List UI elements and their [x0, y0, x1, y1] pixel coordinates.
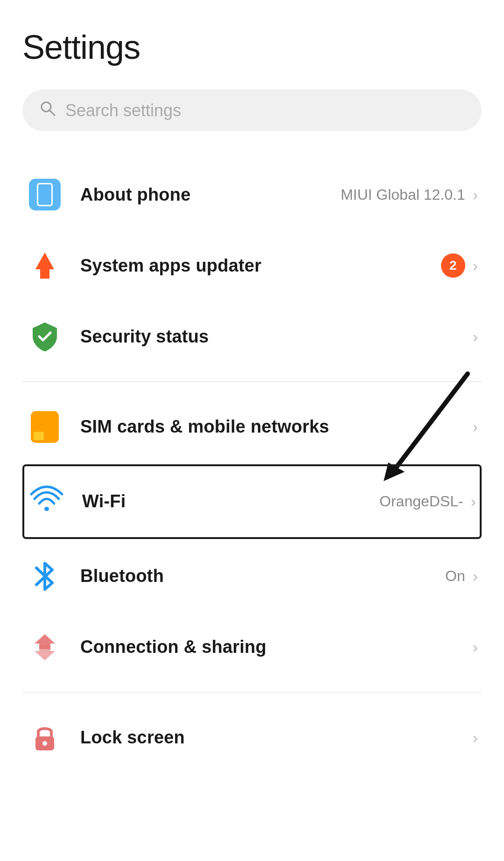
sim-cards-label: SIM cards & mobile networks: [80, 417, 473, 437]
system-apps-item[interactable]: System apps updater 2 ›: [22, 230, 482, 301]
security-status-label-wrap: Security status: [80, 327, 473, 347]
wifi-icon: [28, 483, 65, 520]
sim-icon: [26, 408, 63, 446]
system-apps-label-wrap: System apps updater: [80, 256, 441, 276]
lock-screen-label-wrap: Lock screen: [80, 728, 473, 748]
sim-cards-chevron: ›: [473, 418, 478, 436]
connection-item[interactable]: Connection & sharing ›: [22, 612, 482, 683]
system-apps-meta: 2 ›: [441, 253, 478, 278]
connection-chevron: ›: [473, 638, 478, 656]
bluetooth-item[interactable]: Bluetooth On ›: [22, 541, 482, 612]
shield-icon: [26, 318, 63, 355]
sim-cards-item[interactable]: SIM cards & mobile networks ›: [22, 392, 482, 462]
section-network: SIM cards & mobile networks ›: [22, 392, 482, 683]
bluetooth-value: On: [445, 567, 465, 585]
svg-point-8: [42, 741, 47, 746]
connection-meta: ›: [473, 638, 478, 656]
wifi-chevron: ›: [471, 492, 476, 511]
svg-marker-6: [35, 645, 55, 660]
divider-2: [22, 692, 482, 693]
page-title: Settings: [22, 28, 482, 66]
search-bar[interactable]: Search settings: [22, 90, 482, 131]
system-apps-badge: 2: [441, 253, 465, 278]
lock-screen-chevron: ›: [473, 728, 478, 747]
system-apps-label: System apps updater: [80, 256, 441, 276]
connection-label: Connection & sharing: [80, 637, 473, 657]
wifi-meta: OrangeDSL- ›: [379, 492, 476, 511]
wifi-value: OrangeDSL-: [379, 493, 463, 510]
bluetooth-label: Bluetooth: [80, 566, 445, 586]
about-phone-value: MIUI Global 12.0.1: [341, 186, 465, 203]
search-icon: [39, 100, 56, 121]
about-phone-item[interactable]: About phone MIUI Global 12.0.1 ›: [22, 159, 482, 230]
bluetooth-meta: On ›: [445, 567, 478, 585]
about-phone-chevron: ›: [473, 186, 478, 204]
section-security: Lock screen ›: [22, 702, 482, 773]
lock-screen-meta: ›: [473, 728, 478, 747]
connection-label-wrap: Connection & sharing: [80, 637, 473, 657]
security-status-item[interactable]: Security status ›: [22, 301, 482, 372]
sim-cards-meta: ›: [473, 418, 478, 436]
bluetooth-label-wrap: Bluetooth: [80, 566, 445, 586]
wifi-item[interactable]: Wi-Fi OrangeDSL- ›: [22, 464, 482, 539]
about-phone-meta: MIUI Global 12.0.1 ›: [341, 186, 478, 204]
lock-icon: [26, 719, 63, 756]
section-device: About phone MIUI Global 12.0.1 › System …: [22, 159, 482, 372]
lock-screen-label: Lock screen: [80, 728, 473, 748]
sim-cards-label-wrap: SIM cards & mobile networks: [80, 417, 473, 437]
wifi-label-wrap: Wi-Fi: [82, 491, 379, 511]
connection-icon: [26, 629, 63, 666]
bluetooth-icon: [26, 558, 63, 595]
settings-page: Settings Search settings About phone MIU…: [0, 0, 504, 810]
about-phone-label: About phone: [80, 185, 341, 205]
security-status-chevron: ›: [473, 328, 478, 346]
arrow-up-icon: [26, 247, 63, 284]
svg-marker-2: [35, 252, 54, 279]
security-status-label: Security status: [80, 327, 473, 347]
about-phone-label-wrap: About phone: [80, 185, 341, 205]
wifi-label: Wi-Fi: [82, 491, 379, 511]
divider-1: [22, 381, 482, 382]
phone-icon: [26, 176, 63, 213]
search-placeholder: Search settings: [65, 101, 181, 120]
bluetooth-chevron: ›: [473, 567, 478, 585]
security-status-meta: ›: [473, 328, 478, 346]
lock-screen-item[interactable]: Lock screen ›: [22, 702, 482, 773]
svg-line-1: [50, 111, 55, 115]
system-apps-chevron: ›: [473, 257, 478, 275]
